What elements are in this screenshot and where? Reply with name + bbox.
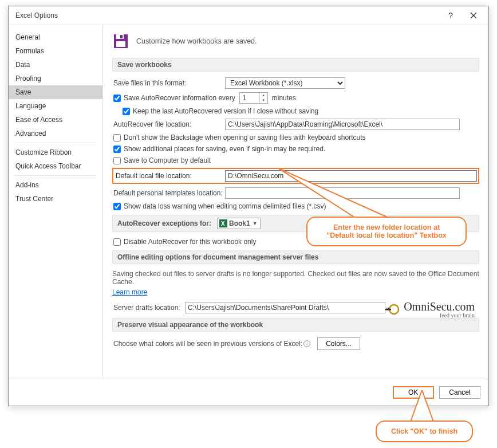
omnisecu-logo-icon [385,303,400,316]
autorecover-minutes-spinner[interactable]: 1 ▲▼ [239,92,268,104]
save-format-select[interactable]: Excel Workbook (*.xlsx) [225,77,345,89]
sidebar-item-language[interactable]: Language [9,99,102,113]
cancel-button[interactable]: Cancel [439,386,480,399]
svg-rect-3 [116,41,125,47]
workbook-select[interactable]: X Book1 ▼ [217,218,261,229]
autorecover-location-input[interactable] [225,119,460,130]
sidebar-item-addins[interactable]: Add-ins [9,178,102,192]
svg-text:X: X [221,221,225,227]
annotation-callout-1: Enter the new folder location at "Defaul… [306,217,467,246]
disable-autorecover-checkbox[interactable]: Disable AutoRecover for this workbook on… [113,238,256,246]
close-button[interactable] [462,7,485,23]
content-pane: Customize how workbooks are saved. Save … [103,25,488,379]
callout-2-pointer [408,390,436,425]
default-local-label: Default local file location: [115,172,225,180]
save-to-computer-checkbox[interactable]: Save to Computer by default [113,156,211,164]
keep-last-checkbox[interactable]: Keep the last AutoRecovered version if I… [123,107,318,115]
save-format-label: Save files in this format: [113,79,225,87]
sidebar-item-proofing[interactable]: Proofing [9,72,102,85]
svg-rect-10 [388,308,389,309]
section-save-workbooks: Save workbooks [112,58,479,72]
sidebar: General Formulas Data Proofing Save Lang… [9,25,103,379]
sidebar-item-data[interactable]: Data [9,58,102,72]
chevron-down-icon: ▼ [253,221,258,226]
colors-button[interactable]: Colors... [317,337,360,350]
svg-rect-9 [386,308,388,309]
autorecover-every-checkbox[interactable]: Save AutoRecover information every [113,94,235,102]
show-additional-places-checkbox[interactable]: Show additional places for saving, even … [113,145,325,153]
learn-more-link[interactable]: Learn more [112,288,147,296]
sidebar-item-quick-access[interactable]: Quick Access Toolbar [9,159,102,173]
save-icon [112,33,129,50]
help-button[interactable]: ? [439,7,462,23]
info-icon[interactable]: i [303,340,310,347]
dialog-body: General Formulas Data Proofing Save Lang… [9,25,488,379]
section-offline-editing: Offline editing options for document man… [112,250,479,264]
close-icon [470,12,477,19]
svg-rect-2 [120,35,123,38]
annotation-callout-2: Click "OK" to finish [376,421,473,442]
svg-marker-6 [278,168,392,219]
autorecover-every-input[interactable] [113,95,121,102]
titlebar: Excel Options ? [9,6,488,25]
sidebar-item-trust-center[interactable]: Trust Center [9,192,102,206]
server-drafts-label: Server drafts location: [113,304,185,312]
server-drafts-input[interactable] [185,302,385,313]
page-header: Customize how workbooks are saved. [136,37,257,45]
sidebar-item-ease-of-access[interactable]: Ease of Access [9,113,102,127]
excel-options-dialog: Excel Options ? General Formulas Data Pr… [8,6,489,406]
excel-file-icon: X [219,219,227,227]
sidebar-item-save[interactable]: Save [9,85,102,99]
sidebar-item-advanced[interactable]: Advanced [9,127,102,140]
watermark: OmniSecu.com feed your brain [385,300,475,319]
dont-show-backstage-checkbox[interactable]: Don't show the Backstage when opening or… [113,133,366,142]
sidebar-item-customize-ribbon[interactable]: Customize Ribbon [9,146,102,159]
svg-marker-11 [411,390,433,422]
default-templates-label: Default personal templates location: [113,189,225,197]
section-preserve-appearance: Preserve visual appearance of the workbo… [112,318,479,332]
sidebar-item-general[interactable]: General [9,30,102,44]
svg-rect-1 [116,34,124,39]
sidebar-item-formulas[interactable]: Formulas [9,44,102,58]
window-title: Excel Options [15,11,439,19]
autorecover-location-label: AutoRecover file location: [113,120,225,128]
minutes-label: minutes [272,94,296,102]
offline-note: Saving checked out files to server draft… [112,270,479,286]
colors-label: Choose what colors will be seen in previ… [113,340,302,348]
